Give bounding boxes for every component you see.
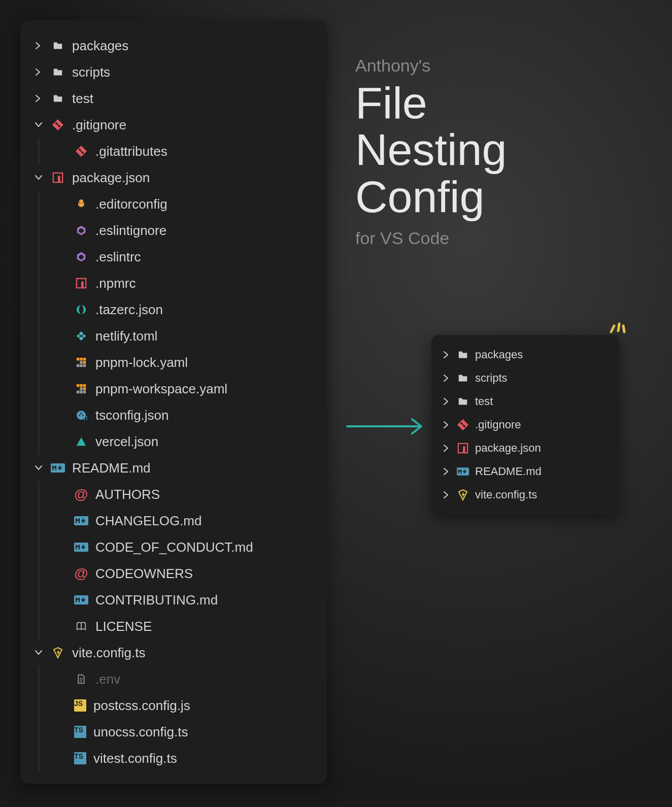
chevron-spacer <box>56 726 68 738</box>
tree-item-label: LICENSE <box>95 619 152 634</box>
tree-item[interactable]: .eslintignore <box>26 217 321 244</box>
title-sub: for VS Code <box>355 228 507 248</box>
chevron-right-icon[interactable] <box>32 92 45 105</box>
tree-item[interactable]: test <box>435 390 615 413</box>
tree-item[interactable]: pnpm-workspace.yaml <box>26 376 321 402</box>
tree-item-label: unocss.config.ts <box>93 724 188 740</box>
tree-item[interactable]: .gitattributes <box>26 138 321 164</box>
tree-item-label: scripts <box>475 372 508 385</box>
tree-item-label: vite.config.ts <box>72 645 146 661</box>
tree-item[interactable]: netlify.toml <box>26 323 321 349</box>
chevron-spacer <box>56 567 68 580</box>
chevron-right-icon[interactable] <box>442 349 452 361</box>
svg-rect-21 <box>83 361 86 364</box>
tree-item[interactable]: .npmrc <box>26 270 321 296</box>
tree-item[interactable]: pnpm-lock.yaml <box>26 349 321 376</box>
tree-item-label: README.md <box>475 465 542 478</box>
tree-item[interactable]: .env <box>26 666 321 692</box>
chevron-spacer <box>56 304 68 316</box>
svg-line-1 <box>618 324 619 331</box>
svg-point-12 <box>79 203 80 204</box>
tree-item[interactable]: CONTRIBUTING.md <box>26 587 321 613</box>
svg-rect-18 <box>77 358 80 361</box>
tree-item-label: .tazerc.json <box>95 302 163 318</box>
chevron-down-icon[interactable] <box>32 172 45 184</box>
tree-item[interactable]: README.md <box>435 460 615 483</box>
tree-item[interactable]: JSpostcss.config.js <box>26 692 321 719</box>
netlify-icon <box>74 329 88 343</box>
folder-icon <box>457 372 469 384</box>
chevron-spacer <box>56 383 68 395</box>
chevron-spacer <box>56 409 68 421</box>
tree-item-label: README.md <box>72 460 151 476</box>
tree-item[interactable]: vite.config.ts <box>435 483 615 507</box>
tree-item[interactable]: vercel.json <box>26 428 321 455</box>
tree-item[interactable]: TSvitest.config.ts <box>26 745 321 771</box>
tree-item[interactable]: README.md <box>26 455 321 481</box>
svg-rect-31 <box>80 391 83 394</box>
chevron-spacer <box>56 435 68 448</box>
chevron-down-icon[interactable] <box>32 462 45 474</box>
tree-item-label: scripts <box>72 64 110 80</box>
tree-item[interactable]: TSunocss.config.ts <box>26 719 321 745</box>
chevron-right-icon[interactable] <box>442 419 452 431</box>
tree-item[interactable]: package.json <box>435 436 615 460</box>
chevron-down-icon[interactable] <box>32 647 45 659</box>
chevron-spacer <box>56 488 68 500</box>
chevron-right-icon[interactable] <box>32 40 45 52</box>
tree-item[interactable]: TStsconfig.json <box>26 402 321 428</box>
svg-text:TS: TS <box>83 416 87 421</box>
chevron-right-icon[interactable] <box>442 372 452 384</box>
chevron-down-icon[interactable] <box>32 119 45 131</box>
chevron-spacer <box>56 224 68 237</box>
svg-rect-11 <box>58 176 60 182</box>
tree-item[interactable]: packages <box>26 32 321 59</box>
svg-rect-15 <box>81 281 84 288</box>
chevron-spacer <box>56 251 68 263</box>
tree-item-label: test <box>72 91 93 107</box>
tree-item[interactable]: .gitignore <box>435 413 615 436</box>
tree-item[interactable]: CHANGELOG.md <box>26 508 321 534</box>
chevron-spacer <box>56 752 68 764</box>
md-icon <box>74 540 88 554</box>
chevron-spacer <box>56 198 68 210</box>
chevron-spacer <box>56 330 68 342</box>
tree-item-label: CODEOWNERS <box>95 566 193 582</box>
tree-item-label: CONTRIBUTING.md <box>95 592 218 608</box>
tree-item[interactable]: test <box>26 85 321 112</box>
vercel-icon <box>74 434 88 449</box>
chevron-spacer <box>56 594 68 606</box>
title-main-1: File <box>355 80 507 126</box>
svg-line-2 <box>623 326 624 332</box>
chevron-right-icon[interactable] <box>32 66 45 78</box>
svg-rect-20 <box>83 358 86 361</box>
tree-item[interactable]: package.json <box>26 164 321 191</box>
tree-item[interactable]: .editorconfig <box>26 191 321 217</box>
title-block: Anthony's File Nesting Config for VS Cod… <box>355 56 507 248</box>
svg-rect-23 <box>80 364 83 367</box>
tree-item-label: tsconfig.json <box>95 408 169 423</box>
tree-item[interactable]: @CODEOWNERS <box>26 560 321 587</box>
tree-item[interactable]: packages <box>435 343 615 366</box>
chevron-right-icon[interactable] <box>442 489 452 501</box>
tree-item[interactable]: CODE_OF_CONDUCT.md <box>26 534 321 560</box>
tree-item[interactable]: .gitignore <box>26 112 321 138</box>
tree-item[interactable]: .tazerc.json <box>26 296 321 323</box>
eslint-icon <box>74 223 88 238</box>
tree-item[interactable]: @AUTHORS <box>26 481 321 508</box>
tree-item[interactable]: LICENSE <box>26 613 321 640</box>
chevron-right-icon[interactable] <box>442 442 452 454</box>
at-icon: @ <box>74 487 88 501</box>
svg-rect-46 <box>463 446 465 453</box>
tree-item[interactable]: scripts <box>435 366 615 390</box>
chevron-spacer <box>56 145 68 157</box>
tree-item[interactable]: .eslintrc <box>26 244 321 270</box>
tree-item-label: .env <box>95 671 120 687</box>
svg-rect-25 <box>80 361 83 364</box>
chevron-right-icon[interactable] <box>442 395 452 408</box>
chevron-right-icon[interactable] <box>442 465 452 478</box>
tree-item[interactable]: vite.config.ts <box>26 640 321 666</box>
chevron-spacer <box>56 541 68 553</box>
eslint-icon <box>74 250 88 264</box>
tree-item[interactable]: scripts <box>26 59 321 85</box>
